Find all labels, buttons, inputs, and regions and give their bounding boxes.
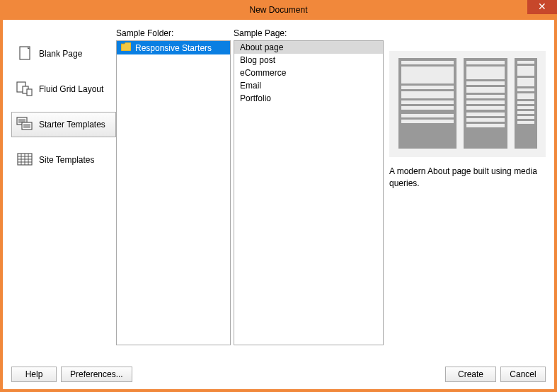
cancel-button[interactable]: Cancel bbox=[500, 367, 546, 382]
page-item-about[interactable]: About page bbox=[234, 41, 383, 54]
blank-page-icon bbox=[16, 46, 33, 62]
sample-folder-column: Sample Folder: Responsive Starters bbox=[116, 28, 231, 345]
create-button[interactable]: Create bbox=[445, 367, 496, 382]
page-item-label: Blog post bbox=[240, 55, 275, 65]
fluid-grid-icon bbox=[16, 81, 33, 97]
preview-thumbnail bbox=[389, 51, 546, 157]
category-sidebar: Blank Page Fluid Grid Layout bbox=[11, 28, 116, 345]
starter-templates-icon bbox=[16, 117, 33, 132]
category-label: Starter Templates bbox=[39, 120, 105, 129]
footer: Help Preferences... Create Cancel bbox=[11, 367, 546, 382]
folder-item-responsive-starters[interactable]: Responsive Starters bbox=[117, 41, 230, 54]
page-item-label: Email bbox=[240, 81, 261, 91]
category-label: Fluid Grid Layout bbox=[39, 84, 103, 94]
titlebar: New Document ✕ bbox=[0, 0, 557, 20]
page-item-label: eCommerce bbox=[240, 68, 286, 78]
category-label: Site Templates bbox=[39, 155, 95, 165]
category-blank-page[interactable]: Blank Page bbox=[11, 41, 116, 67]
preview-tablet-icon bbox=[464, 58, 507, 149]
page-item-blog[interactable]: Blog post bbox=[234, 54, 383, 67]
close-button[interactable]: ✕ bbox=[527, 0, 557, 14]
preview-column: A modern About page built using media qu… bbox=[389, 28, 546, 345]
window-body: Blank Page Fluid Grid Layout bbox=[3, 20, 554, 389]
sample-page-column: Sample Page: About page Blog post eComme… bbox=[234, 28, 384, 345]
page-item-label: Portfolio bbox=[240, 93, 271, 103]
folder-item-label: Responsive Starters bbox=[135, 43, 212, 53]
sample-folder-list[interactable]: Responsive Starters bbox=[116, 40, 231, 345]
preview-mobile-icon bbox=[515, 58, 537, 149]
window-title: New Document bbox=[249, 5, 307, 15]
preview-desktop-icon bbox=[398, 58, 456, 149]
sample-page-list[interactable]: About page Blog post eCommerce Email Por… bbox=[234, 40, 384, 345]
category-starter-templates[interactable]: Starter Templates bbox=[11, 112, 116, 137]
close-icon: ✕ bbox=[538, 1, 546, 12]
sample-folder-label: Sample Folder: bbox=[116, 28, 231, 38]
help-button[interactable]: Help bbox=[11, 367, 57, 382]
sample-page-label: Sample Page: bbox=[234, 28, 384, 38]
category-label: Blank Page bbox=[39, 49, 82, 59]
site-templates-icon bbox=[16, 152, 33, 168]
category-fluid-grid[interactable]: Fluid Grid Layout bbox=[11, 76, 116, 102]
page-item-portfolio[interactable]: Portfolio bbox=[234, 92, 383, 105]
preview-description: A modern About page built using media qu… bbox=[389, 166, 546, 190]
page-item-label: About page bbox=[240, 42, 283, 52]
svg-rect-3 bbox=[27, 89, 32, 96]
page-item-email[interactable]: Email bbox=[234, 79, 383, 92]
category-site-templates[interactable]: Site Templates bbox=[11, 147, 116, 173]
page-item-ecommerce[interactable]: eCommerce bbox=[234, 67, 383, 79]
folder-icon bbox=[121, 42, 131, 53]
preferences-button[interactable]: Preferences... bbox=[61, 367, 132, 382]
